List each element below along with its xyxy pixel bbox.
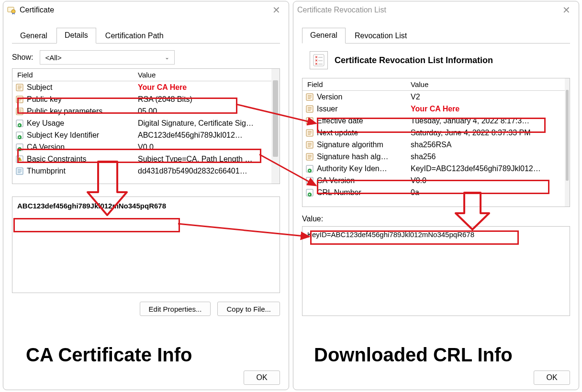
crl-title: Certificate Revocation List bbox=[297, 6, 386, 14]
doc-icon bbox=[305, 105, 314, 113]
table-row[interactable]: Subject Key IdentifierABC123def456ghi789… bbox=[12, 129, 271, 141]
table-row[interactable]: Key UsageDigital Signature, Certificate … bbox=[12, 117, 271, 129]
row-field: CA Version bbox=[27, 143, 138, 152]
table-row[interactable]: SubjectYour CA Here bbox=[12, 81, 271, 93]
tab-certification-path[interactable]: Certification Path bbox=[97, 28, 172, 44]
crl-icon: ✕✕✕ bbox=[310, 51, 328, 69]
crl-fields-table: Field Value VersionV2IssuerYour CA HereE… bbox=[302, 78, 570, 207]
crit-icon bbox=[15, 155, 24, 163]
tab-crl-general[interactable]: General bbox=[302, 28, 346, 44]
table-row[interactable]: VersionV2 bbox=[302, 91, 565, 103]
show-row: Show: <All> ⌄ bbox=[12, 50, 280, 65]
prop-icon bbox=[15, 167, 24, 175]
crl-table-scrollbar[interactable] bbox=[565, 78, 570, 207]
doc-icon bbox=[305, 117, 314, 125]
close-icon[interactable]: ✕ bbox=[558, 4, 575, 16]
table-row[interactable]: Next updateSaturday, June 4, 2022 8:37:3… bbox=[302, 127, 565, 139]
cert-button-row: Edit Properties... Copy to File... bbox=[12, 302, 280, 316]
row-field: Key Usage bbox=[27, 119, 138, 128]
th-value[interactable]: Value bbox=[134, 69, 271, 81]
cert-value-text: ABC123def456ghi789Jkl012mNo345pqR678 bbox=[17, 202, 166, 210]
crl-ok-button[interactable]: OK bbox=[534, 370, 570, 385]
certificate-icon bbox=[7, 6, 16, 14]
svg-text:✕: ✕ bbox=[315, 59, 318, 62]
row-field: Signature hash alg… bbox=[317, 152, 411, 161]
tab-details[interactable]: Details bbox=[56, 28, 96, 44]
row-value: sha256 bbox=[411, 152, 562, 161]
doc-icon bbox=[15, 95, 24, 104]
row-value: ABC123def456ghi789Jkl012… bbox=[138, 131, 269, 140]
table-row[interactable]: CA VersionV0.0 bbox=[12, 141, 271, 153]
table-row[interactable]: Authority Key Iden…KeyID=ABC123def456ghi… bbox=[302, 163, 565, 174]
table-row[interactable]: CRL Number0a bbox=[302, 186, 565, 198]
cert-fields-table: Field Value SubjectYour CA HerePublic ke… bbox=[12, 68, 280, 184]
crl-value-text: KeyID=ABC123def456ghi789Jkl012mNo345pqR6… bbox=[307, 230, 474, 239]
ext-icon bbox=[305, 188, 314, 197]
row-value: 05 00 bbox=[138, 107, 269, 116]
cert-tabstrip: General Details Certification Path bbox=[12, 26, 280, 44]
row-value: V0.0 bbox=[411, 176, 562, 185]
crl-info-header: ✕✕✕ Certificate Revocation List Informat… bbox=[310, 51, 570, 69]
row-field: Effective date bbox=[317, 117, 411, 125]
cert-ok-button[interactable]: OK bbox=[244, 370, 280, 385]
row-field: Issuer bbox=[317, 105, 411, 113]
edit-properties-button[interactable]: Edit Properties... bbox=[140, 302, 211, 316]
row-field: Version bbox=[317, 93, 411, 101]
crl-value-label: Value: bbox=[302, 215, 570, 223]
crl-body: General Revocation List ✕✕✕ Certificate … bbox=[293, 19, 579, 316]
table-row[interactable]: Signature algorithmsha256RSA bbox=[302, 139, 565, 151]
table-row[interactable]: Thumbprintdd431d87b5490d2832c66401… bbox=[12, 165, 271, 177]
chevron-down-icon: ⌄ bbox=[165, 54, 169, 61]
show-select[interactable]: <All> ⌄ bbox=[40, 50, 175, 65]
ext-icon bbox=[305, 164, 314, 173]
certificate-body: General Details Certification Path Show:… bbox=[3, 19, 289, 316]
row-field: CRL Number bbox=[317, 188, 411, 197]
row-value: Tuesday, January 4, 2022 8:17:3… bbox=[411, 117, 562, 125]
svg-text:✕: ✕ bbox=[315, 62, 318, 65]
ext-icon bbox=[15, 119, 24, 128]
row-value: Saturday, June 4, 2022 8:37:33 PM bbox=[411, 129, 562, 137]
table-row[interactable]: Basic ConstraintsSubject Type=CA, Path L… bbox=[12, 153, 271, 165]
close-icon[interactable]: ✕ bbox=[268, 4, 285, 16]
crl-table-header: Field Value bbox=[302, 78, 565, 91]
row-value: KeyID=ABC123def456ghi789Jkl012… bbox=[411, 164, 562, 173]
table-row[interactable]: Effective dateTuesday, January 4, 2022 8… bbox=[302, 115, 565, 127]
table-row[interactable]: Public keyRSA (2048 Bits) bbox=[12, 93, 271, 105]
doc-icon bbox=[305, 152, 314, 161]
doc-icon bbox=[305, 93, 314, 101]
caption-right: Downloaded CRL Info bbox=[314, 344, 513, 366]
ext-icon bbox=[305, 176, 314, 185]
tab-revocation-list[interactable]: Revocation List bbox=[347, 28, 415, 44]
doc-icon bbox=[15, 107, 24, 116]
tab-general[interactable]: General bbox=[12, 28, 56, 44]
row-field: Public key bbox=[27, 95, 138, 104]
row-value: sha256RSA bbox=[411, 141, 562, 149]
row-value: V0.0 bbox=[138, 143, 269, 152]
ext-icon bbox=[15, 143, 24, 152]
certificate-dialog: Certificate ✕ General Details Certificat… bbox=[3, 1, 289, 390]
table-row[interactable]: IssuerYour CA Here bbox=[302, 103, 565, 115]
row-field: Signature algorithm bbox=[317, 141, 411, 149]
row-field: Next update bbox=[317, 129, 411, 137]
row-field: Public key parameters bbox=[27, 107, 138, 116]
cert-table-scrollbar[interactable] bbox=[271, 69, 280, 184]
copy-to-file-button[interactable]: Copy to File... bbox=[217, 302, 280, 316]
table-row[interactable]: Signature hash alg…sha256 bbox=[302, 151, 565, 163]
doc-icon bbox=[305, 129, 314, 137]
row-value: Digital Signature, Certificate Sig… bbox=[138, 119, 269, 128]
show-label: Show: bbox=[12, 53, 33, 62]
th-value[interactable]: Value bbox=[407, 78, 565, 90]
row-value: Your CA Here bbox=[138, 83, 269, 92]
table-row[interactable]: CA VersionV0.0 bbox=[302, 174, 565, 186]
th-field[interactable]: Field bbox=[12, 69, 134, 81]
row-field: Subject bbox=[27, 83, 138, 92]
crl-dialog: Certificate Revocation List ✕ General Re… bbox=[293, 1, 579, 390]
th-field[interactable]: Field bbox=[302, 78, 407, 90]
row-value: Your CA Here bbox=[411, 105, 562, 113]
crl-tabstrip: General Revocation List bbox=[302, 26, 570, 44]
doc-icon bbox=[15, 83, 24, 92]
row-field: Basic Constraints bbox=[27, 155, 138, 163]
table-row[interactable]: Public key parameters05 00 bbox=[12, 105, 271, 117]
cert-value-box[interactable]: ABC123def456ghi789Jkl012mNo345pqR678 bbox=[12, 196, 280, 293]
crl-value-box[interactable]: KeyID=ABC123def456ghi789Jkl012mNo345pqR6… bbox=[302, 226, 570, 316]
